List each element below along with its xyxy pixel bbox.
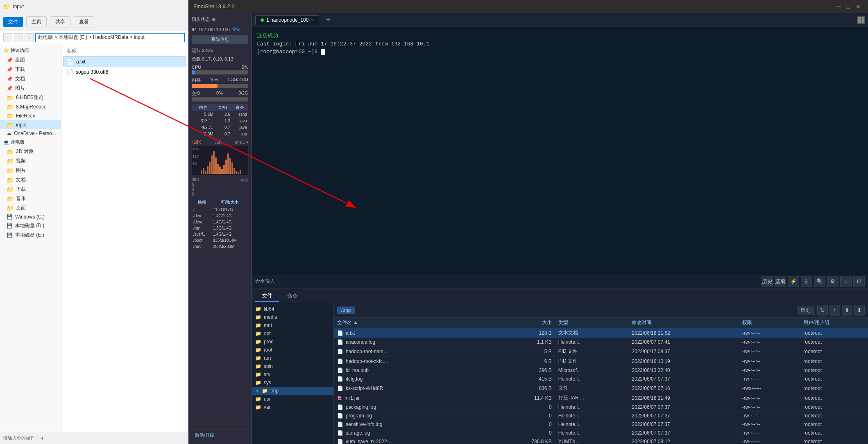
sidebar-item-desktop[interactable]: 📌 桌面 bbox=[0, 55, 61, 65]
file-menu-btn[interactable]: 文件 bbox=[3, 17, 23, 27]
sidebar-item-3d[interactable]: 📁 3D 对象 bbox=[0, 147, 61, 156]
share-menu-btn[interactable]: 共享 bbox=[50, 16, 70, 27]
tree-item-root[interactable]: 📁 root bbox=[252, 346, 333, 354]
settings-btn[interactable]: ⚙ bbox=[827, 276, 839, 287]
sidebar-item-mapreduce[interactable]: 📁 8.MapReduce bbox=[0, 102, 61, 111]
fs-file-row-ifcfg[interactable]: 📄ifcfg.log 415 B Heinote.l... 2022/06/07… bbox=[334, 375, 868, 383]
fs-file-row-storage[interactable]: 📄storage.log 0 Heinote.l... 2022/06/07 0… bbox=[334, 429, 868, 437]
tree-item-sbin[interactable]: 📁 sbin bbox=[252, 362, 333, 370]
sidebar-item-video[interactable]: 📁 视频 bbox=[0, 156, 61, 166]
sidebar-item-pictures[interactable]: 📌 图片 bbox=[0, 83, 61, 93]
bottom-tab-file[interactable]: 文件 bbox=[255, 291, 279, 302]
folder-icon: 📁 bbox=[7, 177, 14, 183]
file-item-atxt[interactable]: 📄 a.txt bbox=[63, 56, 186, 67]
latency-2: 0 bbox=[192, 192, 248, 196]
nav-up-btn[interactable]: ↑ bbox=[25, 33, 34, 42]
folder-icon: 📁 bbox=[255, 339, 261, 345]
up-btn[interactable]: ↑ bbox=[829, 305, 840, 316]
sidebar-item-documents[interactable]: 📁 文档 bbox=[0, 175, 61, 185]
fs-close-btn[interactable]: ✕ bbox=[853, 2, 863, 11]
refresh-btn[interactable]: ↻ bbox=[817, 305, 828, 316]
tree-item-sys[interactable]: 📁 sys bbox=[252, 379, 333, 387]
bottom-tab-cmd[interactable]: 命令 bbox=[281, 291, 304, 302]
fs-file-row-yum1[interactable]: 📄yum_save_tx.2022-... 736.8 KB YUMTX ...… bbox=[334, 437, 868, 444]
cpu-value: 5% bbox=[242, 65, 248, 70]
cmd-input-field[interactable] bbox=[278, 279, 758, 284]
nav-forward-btn[interactable]: → bbox=[14, 33, 23, 42]
fs-file-row-anaconda[interactable]: 📄anaconda.log 1.1 KB Heinote.l... 2022/0… bbox=[334, 338, 868, 347]
file-actions: ↻ ↑ ⬆ ⬇ bbox=[817, 305, 865, 316]
cpu-progress bbox=[192, 70, 195, 74]
download-btn[interactable]: ↓ bbox=[840, 276, 852, 287]
expand-btn[interactable]: ⊡ bbox=[853, 276, 865, 287]
tree-item-run[interactable]: 📁 run bbox=[252, 354, 333, 362]
fs-file-row-hadoop-nam[interactable]: 📄hadoop-root-nam... 5 B PID 文件 2022/06/1… bbox=[334, 347, 868, 356]
fs-tab-hadoopnode[interactable]: 1 hadoopnode_100 × bbox=[255, 15, 319, 25]
net-down-label: ↓2K bbox=[215, 140, 222, 144]
nav-back-btn[interactable]: ← bbox=[3, 33, 12, 42]
history-btn[interactable]: 历史 bbox=[761, 276, 773, 287]
terminal-area[interactable]: 连接成功 Last login: Fri Jun 17 19:22:37 202… bbox=[252, 27, 868, 274]
sidebar-item-hdfs[interactable]: 📁 6.HDFS理论 bbox=[0, 93, 61, 102]
options-btn[interactable]: 选项 bbox=[775, 276, 786, 287]
address-path[interactable]: 此电脑 > 本地磁盘 (E:) > HadoopMRData > input bbox=[35, 33, 185, 42]
sidebar-item-dl[interactable]: 📁 下载 bbox=[0, 185, 61, 194]
tree-item-mnt[interactable]: 📁 mnt bbox=[252, 321, 333, 329]
tab-grid-btn[interactable] bbox=[857, 16, 865, 24]
copy-ip-btn[interactable]: 复制 bbox=[232, 27, 240, 32]
net-iface-label[interactable]: ens... ▾ bbox=[235, 140, 248, 144]
path-tag[interactable]: /tmp bbox=[337, 307, 355, 314]
sidebar-item-pics[interactable]: 📁 图片 bbox=[0, 166, 61, 175]
this-pc-header[interactable]: 💻 此电脑 bbox=[0, 137, 61, 147]
sidebar-item-docs[interactable]: 📌 文档 bbox=[0, 74, 61, 83]
download-file-btn[interactable]: ⬇ bbox=[854, 305, 865, 316]
clipboard-btn[interactable]: ⎘ bbox=[801, 276, 812, 287]
folder-icon: 📁 bbox=[7, 113, 14, 119]
sidebar-item-input[interactable]: 📁 input bbox=[0, 120, 61, 129]
quick-access-header[interactable]: ⭐ 快速访问 bbox=[0, 46, 61, 55]
tree-item-var[interactable]: 📁 var bbox=[252, 403, 333, 411]
file-doc-icon: 📄 bbox=[337, 439, 343, 444]
sidebar-item-downloads[interactable]: 📌 下载 bbox=[0, 65, 61, 74]
sidebar-item-e[interactable]: 💾 本地磁盘 (E:) bbox=[0, 230, 61, 240]
fs-file-row-idrsa[interactable]: 📄id_rsa.pub 396 B Microsof... 2022/06/13… bbox=[334, 366, 868, 375]
fs-file-row-atxt[interactable]: 📄a.txt 128 B 文本文档 2022/06/18 21:52 -rw-r… bbox=[334, 328, 868, 338]
fs-file-row-packaging[interactable]: 📄packaging.log 0 Heinote.l... 2022/06/07… bbox=[334, 403, 868, 412]
view-menu-btn[interactable]: 查看 bbox=[74, 16, 94, 27]
fs-main-panel: 1 hadoopnode_100 × + 连接成功 Last login: Fr… bbox=[252, 13, 868, 444]
windows-explorer: 📁 input 文件 主页 共享 查看 ← → ↑ 此电脑 > 本地磁盘 (E:… bbox=[0, 0, 188, 444]
home-menu-btn[interactable]: 主页 bbox=[26, 16, 47, 27]
fs-file-row-hadoop-zkfc[interactable]: 📄hadoop-root-zkfc.... 6 B PID 文件 2022/06… bbox=[334, 356, 868, 366]
tab-close-btn[interactable]: × bbox=[311, 18, 313, 23]
file-item-sogou[interactable]: 📄 sogou.330.utf8 bbox=[63, 67, 186, 77]
tree-item-lib64[interactable]: 📁 lib64 bbox=[252, 305, 333, 313]
sidebar-item-music[interactable]: 📁 音乐 bbox=[0, 194, 61, 203]
sidebar-item-c[interactable]: 💾 Windows (C:) bbox=[0, 213, 61, 221]
add-tab-btn[interactable]: + bbox=[321, 14, 335, 26]
upgrade-label[interactable]: 激活/升级 bbox=[195, 432, 214, 438]
tree-item-opt[interactable]: 📁 opt bbox=[252, 329, 333, 338]
sidebar-item-onedrive[interactable]: ☁ OneDrive - Perso... bbox=[0, 129, 61, 137]
fs-file-row-program[interactable]: 📄program.log 0 Heinote.l... 2022/06/07 0… bbox=[334, 412, 868, 420]
file-history-btn[interactable]: 历史 bbox=[797, 306, 814, 315]
sidebar-item-d[interactable]: 💾 本地磁盘 (D:) bbox=[0, 221, 61, 230]
fs-file-row-ksscript[interactable]: 📄ks-script-vkHd8R 836 B 文件 2022/06/07 07… bbox=[334, 383, 868, 393]
fs-minimize-btn[interactable]: ─ bbox=[834, 2, 843, 11]
fs-file-row-mr1jar[interactable]: 🗜mr1.jar 11.4 KB 好压 JAR ... 2022/06/18 2… bbox=[334, 393, 868, 403]
tree-item-usr[interactable]: 📁 usr bbox=[252, 395, 333, 403]
search-btn[interactable]: 🔍 bbox=[814, 276, 825, 287]
fs-maximize-btn[interactable]: □ bbox=[843, 2, 853, 11]
system-info-btn[interactable]: 系统信息 bbox=[192, 35, 248, 44]
process-table: 内存 CPU 命令 5.6M2.6sshd 313.1..1.3java 462… bbox=[192, 104, 248, 137]
explorer-content: ⭐ 快速访问 📌 桌面 📌 下载 📌 文档 📌 图片 📁 6.HDFS理论 bbox=[0, 44, 188, 434]
tree-item-proc[interactable]: 📁 proc bbox=[252, 338, 333, 346]
sidebar-item-dsk[interactable]: 📁 桌面 bbox=[0, 203, 61, 213]
upload-btn[interactable]: ⬆ bbox=[842, 305, 852, 316]
fs-file-row-sensitive[interactable]: 📄sensitive-info.log 0 Heinote.l... 2022/… bbox=[334, 420, 868, 429]
tree-item-media[interactable]: 📁 media bbox=[252, 313, 333, 321]
sidebar-item-filerecv[interactable]: 📁 FileRecv bbox=[0, 111, 61, 120]
tab-label: 1 hadoopnode_100 bbox=[266, 17, 308, 23]
tree-item-tmp[interactable]: ▼ 📁 tmp bbox=[252, 387, 333, 395]
lightning-btn[interactable]: ⚡ bbox=[788, 276, 799, 287]
tree-item-srv[interactable]: 📁 srv bbox=[252, 370, 333, 379]
